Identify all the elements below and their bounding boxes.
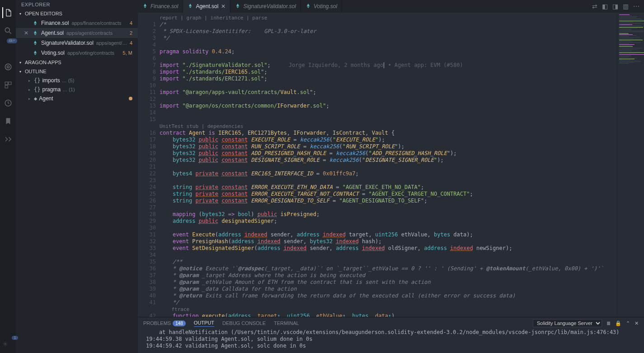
tab-label: Finance.sol [150,3,178,9]
outline-item[interactable]: ▸{}imports… (5) [16,76,138,85]
compare-icon[interactable]: ⇄ [592,3,597,10]
problems-badge: 148 [173,320,186,326]
tab-label: Voting.sol [314,3,337,9]
file-badge: 4 [130,40,132,46]
open-editor-item[interactable]: SignatureValidator.solapps/agent/cont…4 [16,38,138,48]
split-icon[interactable]: ▥ [623,3,629,10]
outline-item[interactable]: ▸◆Agent [16,94,138,103]
panel-tab-output[interactable]: OUTPUT [194,320,214,327]
tab-label: Agent.sol [196,3,218,9]
explorer-title: EXPLORER [16,0,138,9]
remote-icon[interactable] [3,134,14,145]
open-editor-item[interactable]: Voting.solapps/voting/contracts5, M [16,48,138,58]
output-body[interactable]: at handleNotification (/Users/tintin/.vs… [138,329,644,353]
close-icon[interactable]: ✕ [221,3,226,9]
tab-bar: Finance.solAgent.sol✕SignatureValidator.… [138,0,644,13]
output-channel-select[interactable]: Solidity Language Server [533,319,602,327]
files-icon[interactable] [2,7,13,18]
file-badge: 4 [130,20,132,26]
code[interactable]: report | graph | inheritance | parse/* *… [160,13,617,317]
settings-badge: 1 [12,336,18,340]
editor-tab[interactable]: SignatureValidator.sol [230,0,301,13]
project-section[interactable]: ARAGON-APPS [16,58,138,67]
file-path: apps/voting/contracts [67,50,121,56]
svg-rect-4 [5,82,8,85]
file-path: apps/agent/contracts [66,30,128,36]
editor-tab[interactable]: Voting.sol [301,0,342,13]
editor-tab[interactable]: Agent.sol✕ [183,0,230,13]
svg-point-2 [5,64,11,70]
svg-point-0 [5,28,9,32]
code-lens[interactable]: ftrace [160,306,617,313]
panel-close-icon[interactable]: ✕ [635,320,639,326]
svg-point-3 [7,66,9,68]
file-badge: 2 [130,30,132,36]
activity-bar: 4k+ 1 [0,0,16,353]
preview-icon[interactable]: ◧ [602,3,608,10]
clear-output-icon[interactable]: ≣ [606,320,611,326]
outline-section[interactable]: OUTLINE [16,67,138,76]
code-lens[interactable]: report | graph | inheritance | parse [160,14,617,21]
file-name: SignatureValidator.sol [41,40,94,46]
panel: PROBLEMS148 OUTPUT DEBUG CONSOLE TERMINA… [138,317,644,353]
modified-indicator [129,97,132,100]
gutter: 1234567891011121314151617181920212223242… [138,13,160,317]
svg-point-8 [5,344,6,345]
ethereum-icon [32,50,38,56]
file-path: apps/agent/cont… [96,40,128,46]
ethereum-icon [32,20,38,26]
panel-tab-problems[interactable]: PROBLEMS148 [143,320,186,326]
file-badge: 5, M [123,50,132,56]
open-editor-item[interactable]: ✕Agent.solapps/agent/contracts2 [16,28,138,38]
file-path: apps/finance/contracts [71,20,128,26]
lock-scroll-icon[interactable]: 🔒 [615,320,621,326]
ethereum-icon [235,3,240,10]
sidebar: EXPLORER OPEN EDITORS Finance.solapps/fi… [16,0,138,353]
search-icon[interactable] [3,25,14,36]
symbol-icon: {} [34,86,40,93]
open-editor-item[interactable]: Finance.solapps/finance/contracts4 [16,18,138,28]
tab-actions: ⇄ ◧ ◨ ▥ ⋯ [588,0,644,13]
panel-tab-debug[interactable]: DEBUG CONSOLE [222,320,266,326]
tab-label: SignatureValidator.sol [243,3,296,9]
symbol-icon: ◆ [34,95,37,102]
close-icon[interactable]: ✕ [24,30,28,36]
ethereum-icon [188,3,193,10]
more-icon[interactable]: ⋯ [633,3,639,10]
extensions-icon[interactable] [3,80,14,90]
bookmark-icon[interactable] [3,116,14,127]
settings-icon[interactable]: 1 [3,339,14,349]
code-lens[interactable]: UnitTest stub | dependencies [160,123,617,130]
history-icon[interactable] [3,98,14,108]
minimap[interactable] [617,13,644,317]
symbol-icon: {} [34,77,40,84]
svg-rect-5 [8,82,11,85]
svg-rect-6 [5,85,8,88]
outline-item[interactable]: ▸{}pragma… (1) [16,85,138,94]
file-name: Voting.sol [41,50,65,56]
diff-icon[interactable]: ◨ [612,3,618,10]
ethereum-icon [306,3,311,10]
accounts-icon[interactable]: 4k+ [3,43,14,54]
open-editors-section[interactable]: OPEN EDITORS [16,9,138,18]
file-name: Finance.sol [41,20,69,26]
target-icon[interactable] [3,61,14,72]
panel-tab-terminal[interactable]: TERMINAL [274,320,299,326]
editor-area: Finance.solAgent.sol✕SignatureValidator.… [138,0,644,353]
ethereum-icon [32,40,38,46]
file-name: Agent.sol [41,30,64,36]
panel-up-icon[interactable]: ⌃ [626,320,630,326]
ethereum-icon [32,30,38,36]
ethereum-icon [142,3,148,10]
editor-tab[interactable]: Finance.sol [138,0,183,13]
